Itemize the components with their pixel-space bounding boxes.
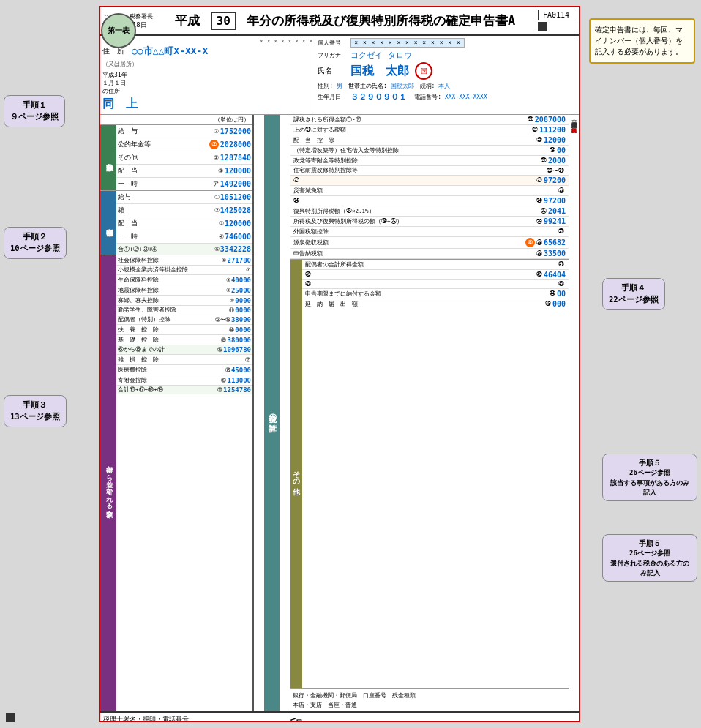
income-amount-header-row: 所得金額 給与 ① 1051200 雑 ② 1425028 bbox=[100, 191, 252, 255]
corner-mark bbox=[6, 713, 15, 722]
deduction-header-row: 所得から差し引かれる金額 社会保険料控除 ⑥ 271780 小規模企業共済等掛金… bbox=[100, 255, 252, 711]
income-row-lumpsum: 一 時 ア 1492000 bbox=[116, 178, 252, 190]
income-row-salary: 給 与 ⑦ 1752000 bbox=[116, 125, 252, 138]
right-tax-col: 課税される所得金額⑤-⑳ ㉑ 2087000 上の㉑に対する税額 ㉒ 11120… bbox=[290, 115, 569, 711]
income-row-pension: 公的年金等 ② 2028000 bbox=[116, 138, 252, 151]
tax-rows: 課税される所得金額⑤-⑳ ㉑ 2087000 上の㉑に対する税額 ㉒ 11120… bbox=[290, 115, 569, 260]
id-area: 個人番号 × × × × × × × × × × × × × フリガナ コクゼイ… bbox=[315, 36, 579, 114]
right-vertical-label: 第一表（平成三十年分以降用） 復興特別所得税額 bbox=[569, 115, 579, 711]
other-section: その他 配偶者の合計所得金額 ㊶ ㊷ ㊷ 46404 ㊸ bbox=[290, 260, 569, 688]
income-row-dividend: 配 当 ③ 120000 bbox=[116, 165, 252, 178]
first-table-bubble: 第一表 bbox=[101, 13, 136, 48]
notice-box: 確定申告書には、毎回、マイナンバー（個人番号）を記入する必要があります。 bbox=[589, 18, 695, 64]
left-income-col: （単位は円） 収入金額等 給 与 ⑦ 1752000 公的年金等 ② bbox=[100, 115, 254, 711]
personal-section: × × × × × × × × 住 所 ○○市△△町X-XX-X （又は居所） … bbox=[100, 36, 579, 115]
form-box: ○ ○ 税務署長 31年２月18日 平成 30 年分の所得税及び復興特別所得税の… bbox=[99, 6, 580, 722]
main-data-area: （単位は円） 収入金額等 給 与 ⑦ 1752000 公的年金等 ② bbox=[100, 115, 579, 711]
middle-section-label: 税金の計算 bbox=[254, 115, 290, 711]
address-area: × × × × × × × × 住 所 ○○市△△町X-XX-X （又は居所） … bbox=[100, 36, 315, 114]
footer-section: 税理士署名・押印・電話番号 — 印 税理士法第30条の書面提出有 税理士法第33… bbox=[100, 711, 579, 722]
income-row-other: その他 ② 1287840 bbox=[116, 151, 252, 165]
form-title: 平成 30 年分の所得税及び復興特別所得税の確定申告書A bbox=[153, 12, 538, 30]
page-wrapper: 第一表 手順１ ９ページ参照 手順２ 10ページ参照 手順３ 13ページ参照 手… bbox=[0, 0, 701, 728]
form-id-area: FA0114 bbox=[538, 10, 574, 32]
bank-section: 銀行・金融機関・郵便局 口座番号 残金種類 本店・支店 当座・普通 bbox=[290, 688, 569, 711]
income-header-row: 収入金額等 給 与 ⑦ 1752000 公的年金等 ② 2028000 bbox=[100, 125, 252, 191]
form-header: ○ ○ 税務署長 31年２月18日 平成 30 年分の所得税及び復興特別所得税の… bbox=[100, 7, 579, 36]
